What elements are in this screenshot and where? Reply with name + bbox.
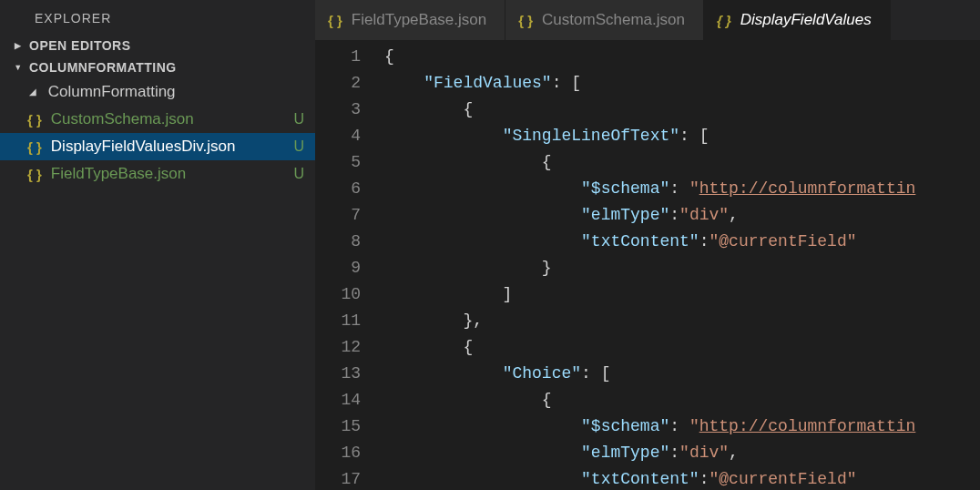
open-editors-section[interactable]: OPEN EDITORS: [0, 35, 315, 56]
open-editors-label: OPEN EDITORS: [29, 38, 131, 53]
editor-tab[interactable]: { }CustomSchema.json: [505, 0, 704, 40]
json-file-icon: { }: [27, 112, 42, 128]
code-content[interactable]: { "FieldValues": [ { "SingleLineOfText":…: [384, 40, 980, 490]
code-line[interactable]: {: [384, 334, 980, 361]
tab-bar: { }FieldTypeBase.json{ }CustomSchema.jso…: [315, 0, 980, 40]
line-number: 10: [315, 281, 361, 308]
code-line[interactable]: {: [384, 149, 980, 176]
file-name: DisplayFieldValuesDiv.json: [51, 138, 294, 156]
line-number: 13: [315, 361, 361, 387]
code-line[interactable]: "$schema": "http://columnformattin: [384, 176, 980, 202]
code-line[interactable]: }: [384, 255, 980, 281]
code-line[interactable]: {: [384, 97, 980, 123]
explorer-title: EXPLORER: [0, 0, 315, 35]
code-line[interactable]: "SingleLineOfText": [: [384, 123, 980, 149]
file-name: FieldTypeBase.json: [51, 165, 294, 183]
file-list: { }CustomSchema.jsonU{ }DisplayFieldValu…: [0, 106, 315, 188]
workspace-label: COLUMNFORMATTING: [29, 60, 177, 75]
code-line[interactable]: "elmType":"div",: [384, 202, 980, 229]
chevron-right-icon: [13, 39, 24, 50]
line-number: 8: [315, 229, 361, 255]
git-status-badge: U: [293, 166, 304, 182]
folder-row[interactable]: ColumnFormatting: [0, 78, 315, 106]
file-row[interactable]: { }DisplayFieldValuesDiv.jsonU: [0, 133, 315, 160]
line-number: 7: [315, 202, 361, 229]
git-status-badge: U: [293, 138, 304, 155]
line-number: 15: [315, 413, 361, 440]
line-number: 6: [315, 176, 361, 202]
code-line[interactable]: "elmType":"div",: [384, 440, 980, 466]
code-line[interactable]: "$schema": "http://columnformattin: [384, 413, 980, 440]
line-number: 2: [315, 70, 361, 97]
tab-label: FieldTypeBase.json: [352, 11, 486, 29]
line-number: 11: [315, 308, 361, 334]
line-number: 3: [315, 97, 361, 123]
editor-tab[interactable]: { }DisplayFieldValues: [704, 0, 891, 40]
editor-area: { }FieldTypeBase.json{ }CustomSchema.jso…: [315, 0, 980, 490]
chevron-down-icon: [27, 86, 38, 97]
code-line[interactable]: "FieldValues": [: [384, 70, 980, 97]
tab-label: CustomSchema.json: [542, 11, 685, 29]
line-number: 17: [315, 466, 361, 490]
file-name: CustomSchema.json: [51, 110, 294, 128]
code-line[interactable]: {: [384, 387, 980, 413]
line-number: 4: [315, 123, 361, 149]
chevron-down-icon: [13, 61, 24, 72]
line-number: 5: [315, 149, 361, 176]
json-file-icon: { }: [328, 13, 342, 28]
code-line[interactable]: "Choice": [: [384, 361, 980, 387]
explorer-sidebar: EXPLORER OPEN EDITORS COLUMNFORMATTING C…: [0, 0, 315, 490]
line-number: 12: [315, 334, 361, 361]
code-line[interactable]: },: [384, 308, 980, 334]
git-status-badge: U: [293, 111, 304, 128]
json-file-icon: { }: [717, 13, 731, 28]
line-number: 14: [315, 387, 361, 413]
tab-label: DisplayFieldValues: [740, 11, 872, 29]
code-line[interactable]: "txtContent":"@currentField": [384, 229, 980, 255]
code-editor[interactable]: 1234567891011121314151617 { "FieldValues…: [315, 40, 980, 490]
workspace-section[interactable]: COLUMNFORMATTING: [0, 56, 315, 78]
file-row[interactable]: { }FieldTypeBase.jsonU: [0, 160, 315, 188]
line-gutter: 1234567891011121314151617: [315, 40, 384, 490]
code-line[interactable]: {: [384, 44, 980, 70]
json-file-icon: { }: [518, 13, 533, 28]
line-number: 9: [315, 255, 361, 281]
line-number: 16: [315, 440, 361, 466]
editor-tab[interactable]: { }FieldTypeBase.json: [315, 0, 505, 40]
json-file-icon: { }: [27, 167, 42, 182]
line-number: 1: [315, 44, 361, 70]
code-line[interactable]: "txtContent":"@currentField": [384, 466, 980, 490]
json-file-icon: { }: [27, 139, 42, 155]
folder-name: ColumnFormatting: [48, 83, 176, 101]
code-line[interactable]: ]: [384, 281, 980, 308]
file-row[interactable]: { }CustomSchema.jsonU: [0, 106, 315, 133]
